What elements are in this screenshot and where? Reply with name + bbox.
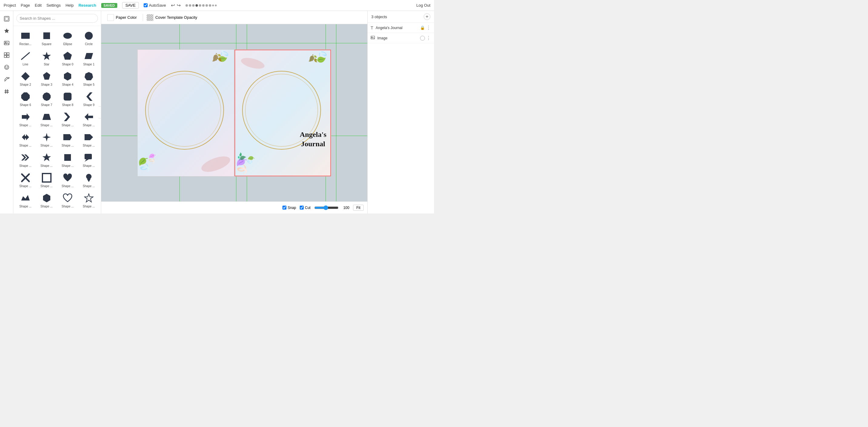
- collapse-panel-button[interactable]: ‹: [98, 106, 101, 119]
- shape-item-13[interactable]: Shape 7: [36, 89, 57, 108]
- shape-item-34[interactable]: Shape ...: [58, 190, 78, 210]
- visibility-circle-1[interactable]: [420, 36, 425, 41]
- shape-item-24[interactable]: Shape ...: [15, 150, 36, 169]
- shape-item-31[interactable]: Shape ...: [79, 170, 99, 190]
- shape-item-11[interactable]: Shape 5: [79, 68, 99, 88]
- shape-item-23[interactable]: Shape ...: [79, 129, 99, 149]
- star-icon-tool[interactable]: [1, 26, 12, 36]
- svg-point-18: [85, 32, 93, 40]
- shape-icon-15: [83, 91, 95, 103]
- shape-item-4[interactable]: Line: [15, 48, 36, 68]
- zoom-slider[interactable]: [314, 205, 339, 210]
- shape-icon-8: [20, 70, 32, 83]
- svg-marker-31: [22, 113, 30, 121]
- svg-marker-41: [42, 153, 51, 161]
- shape-item-20[interactable]: Shape ...: [15, 129, 36, 149]
- redo-button[interactable]: ↪: [177, 2, 181, 8]
- shape-item-3[interactable]: Circle: [79, 28, 99, 47]
- menu-project[interactable]: Project: [4, 3, 16, 7]
- face-tool[interactable]: [1, 62, 12, 73]
- image-layer-icon: [371, 35, 375, 41]
- template-opacity-button[interactable]: Cover Template Opacity: [147, 14, 197, 21]
- opacity-checkerboard: [147, 14, 153, 21]
- shape-item-22[interactable]: Shape ...: [58, 129, 78, 149]
- shape-item-27[interactable]: Shape ...: [79, 150, 99, 169]
- shape-item-15[interactable]: Shape 9: [79, 89, 99, 108]
- shape-item-14[interactable]: Shape 8: [58, 89, 78, 108]
- shape-item-29[interactable]: Shape ...: [36, 170, 57, 190]
- paint-tool[interactable]: [1, 74, 12, 85]
- autosave-label[interactable]: AutoSave: [144, 3, 166, 7]
- icon-bar: [0, 11, 13, 214]
- menu-edit[interactable]: Edit: [35, 3, 41, 7]
- shapes-search-input[interactable]: [17, 14, 98, 23]
- shape-icon-31: [83, 172, 95, 184]
- shape-icon-11: [83, 70, 95, 83]
- more-icon-1[interactable]: ⋮: [426, 35, 431, 41]
- hashtag-tool[interactable]: [1, 86, 12, 97]
- autosave-checkbox[interactable]: [144, 3, 148, 7]
- fit-button[interactable]: Fit: [353, 205, 364, 211]
- svg-rect-59: [371, 36, 375, 39]
- shape-item-36[interactable]: Shape ...: [15, 210, 36, 214]
- canvas-pages: 🍃 🍂 🍃 🍃 🍃: [137, 50, 331, 176]
- shape-item-39[interactable]: Shape ...: [79, 210, 99, 214]
- shape-item-33[interactable]: Shape ...: [36, 190, 57, 210]
- shape-item-32[interactable]: Shape ...: [15, 190, 36, 210]
- svg-rect-1: [5, 17, 8, 20]
- shape-item-12[interactable]: Shape 6: [15, 89, 36, 108]
- shape-icon-19: [83, 111, 95, 123]
- select-tool[interactable]: [1, 13, 12, 24]
- cut-checkbox[interactable]: [300, 206, 304, 209]
- logout-button[interactable]: Log Out: [416, 3, 430, 7]
- shape-item-30[interactable]: Shape ...: [58, 170, 78, 190]
- shape-item-16[interactable]: Shape ...: [15, 109, 36, 129]
- shape-item-7[interactable]: Shape 1: [79, 48, 99, 68]
- shape-item-21[interactable]: Shape ...: [36, 129, 57, 149]
- canvas-viewport[interactable]: 🍃 🍂 🍃 🍃 🍃: [101, 24, 367, 201]
- shape-item-25[interactable]: Shape ...: [36, 150, 57, 169]
- shape-icon-7: [83, 50, 95, 62]
- shape-item-10[interactable]: Shape 4: [58, 68, 78, 88]
- shape-item-18[interactable]: Shape ...: [58, 109, 78, 129]
- image-tool[interactable]: [1, 38, 12, 48]
- shape-item-17[interactable]: Shape ...: [36, 109, 57, 129]
- shape-icon-5: [41, 50, 53, 62]
- menu-settings[interactable]: Settings: [46, 3, 61, 7]
- svg-marker-37: [63, 134, 72, 140]
- undo-button[interactable]: ↩: [171, 2, 175, 8]
- journal-bg-right: 🍃 🍂 🍃 🍃 🍂 Angela'sJournal: [235, 50, 331, 176]
- shape-item-37[interactable]: Shape ...: [36, 210, 57, 214]
- save-button[interactable]: SAVE: [122, 2, 139, 8]
- shape-label-32: Shape ...: [20, 205, 32, 208]
- menu-research[interactable]: Research: [79, 3, 96, 7]
- shape-icon-10: [62, 70, 74, 83]
- layer-angelas-journal[interactable]: T Angela's Journal 🔒 ⋮: [368, 23, 434, 33]
- shape-item-35[interactable]: Shape ...: [79, 190, 99, 210]
- shape-label-20: Shape ...: [20, 144, 32, 147]
- paper-color-button[interactable]: Paper Color: [105, 13, 139, 22]
- shape-item-38[interactable]: Shape ...: [58, 210, 78, 214]
- shape-item-5[interactable]: Star: [36, 48, 57, 68]
- layer-image[interactable]: Image ⋮: [368, 33, 434, 43]
- canvas-page-right[interactable]: 🍃 🍂 🍃 🍃 🍂 Angela'sJournal: [234, 50, 331, 176]
- shape-item-8[interactable]: Shape 2: [15, 68, 36, 88]
- grid-tool[interactable]: [1, 50, 12, 61]
- lock-icon-0[interactable]: 🔒: [420, 26, 425, 30]
- snap-label: Snap: [288, 206, 296, 210]
- shape-item-9[interactable]: Shape 3: [36, 68, 57, 88]
- shape-item-0[interactable]: Rectan...: [15, 28, 36, 47]
- shape-label-9: Shape 3: [41, 83, 52, 86]
- snap-checkbox[interactable]: [282, 206, 286, 209]
- canvas-page-left[interactable]: 🍃 🍂 🍃 🍃: [137, 50, 234, 176]
- menu-page[interactable]: Page: [21, 3, 30, 7]
- shape-item-6[interactable]: Shape 0: [58, 48, 78, 68]
- shape-item-1[interactable]: Square: [36, 28, 57, 47]
- shape-item-28[interactable]: Shape ...: [15, 170, 36, 190]
- more-icon-0[interactable]: ⋮: [426, 25, 431, 31]
- shape-item-19[interactable]: Shape ...: [79, 109, 99, 129]
- menu-help[interactable]: Help: [65, 3, 74, 7]
- shape-item-26[interactable]: Shape ...: [58, 150, 78, 169]
- add-object-button[interactable]: +: [424, 13, 430, 20]
- shape-item-2[interactable]: Ellipse: [58, 28, 78, 47]
